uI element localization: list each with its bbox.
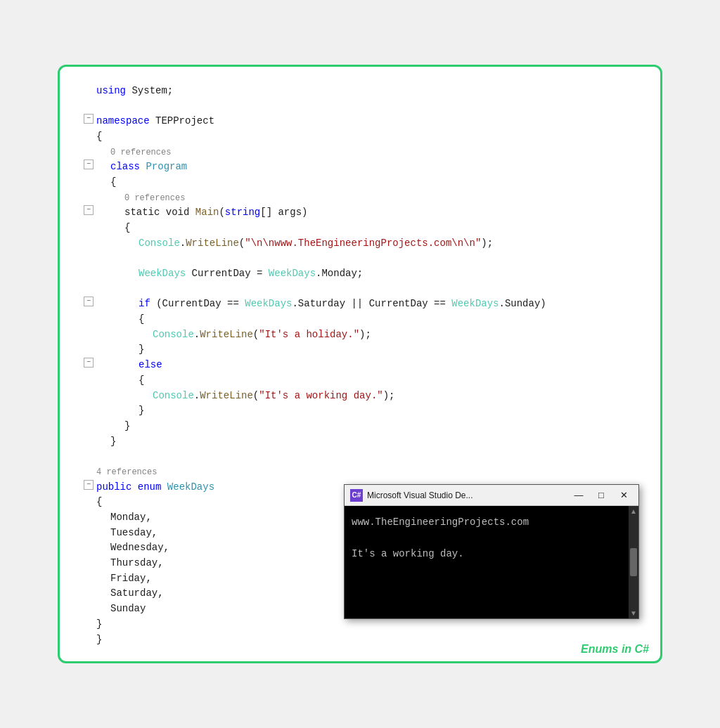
- code-token: }: [139, 344, 144, 355]
- code-token: (: [239, 238, 245, 249]
- code-token: 0 references: [110, 148, 171, 157]
- code-token: string: [225, 207, 260, 218]
- collapse-button[interactable]: −: [84, 358, 94, 368]
- code-line: {: [74, 221, 641, 236]
- code-token: TEPProject: [155, 115, 214, 126]
- code-token: .: [194, 329, 200, 340]
- code-token: WeekDays: [245, 298, 292, 309]
- console-body: www.TheEngineeringProjects.com It's a wo…: [345, 506, 638, 618]
- code-token: }: [110, 436, 116, 447]
- collapse-button[interactable]: −: [84, 114, 94, 124]
- code-token: .: [180, 238, 186, 249]
- code-token: [] args): [260, 207, 307, 218]
- code-line: −class Program: [74, 160, 641, 175]
- code-token: (: [253, 329, 259, 340]
- scroll-up-icon[interactable]: ▲: [629, 506, 638, 516]
- code-content: namespace TEPProject: [96, 114, 641, 129]
- code-line: −static void Main(string[] args): [74, 205, 641, 221]
- code-token: WeekDays: [451, 298, 499, 309]
- code-token: );: [383, 390, 395, 401]
- code-content: [96, 449, 641, 464]
- code-line: {: [74, 312, 641, 327]
- code-token: .Monday;: [316, 268, 363, 279]
- code-line: Console.WriteLine("It's a working day.")…: [74, 389, 641, 404]
- console-scrollbar[interactable]: ▲ ▼: [629, 506, 638, 618]
- code-token: namespace: [96, 115, 155, 126]
- code-token: Console: [153, 390, 194, 401]
- code-token: public: [96, 481, 138, 493]
- console-output: www.TheEngineeringProjects.com It's a wo…: [352, 514, 631, 561]
- console-close-button[interactable]: ✕: [615, 488, 633, 502]
- code-token: );: [481, 238, 493, 249]
- code-token: {: [124, 222, 130, 233]
- code-line: Console.WriteLine("\n\nwww.TheEngineerin…: [74, 236, 641, 252]
- code-token: Sunday: [110, 603, 146, 614]
- collapse-button[interactable]: −: [84, 160, 94, 169]
- gutter-cell: −: [74, 114, 96, 124]
- code-token: {: [139, 375, 144, 386]
- code-token: using: [96, 85, 131, 96]
- console-icon: C#: [350, 489, 363, 502]
- code-token: 4 references: [96, 467, 157, 477]
- code-token: "It's a holiday.": [259, 329, 359, 340]
- scroll-thumb[interactable]: [630, 548, 637, 576]
- code-token: Monday,: [110, 512, 152, 523]
- code-token: }: [96, 618, 102, 630]
- code-token: (CurrentDay ==: [150, 298, 245, 309]
- code-line: }: [74, 419, 641, 434]
- code-token: "\n\nwww.TheEngineeringProjects.com\n\n": [245, 238, 481, 249]
- collapse-button[interactable]: −: [84, 205, 94, 215]
- collapse-button[interactable]: −: [84, 480, 94, 490]
- code-token: .: [194, 390, 200, 401]
- scroll-down-icon[interactable]: ▼: [629, 608, 638, 618]
- console-minimize-button[interactable]: —: [570, 488, 588, 502]
- collapse-button[interactable]: −: [84, 297, 94, 306]
- console-line: www.TheEngineeringProjects.com: [352, 514, 631, 530]
- code-content: }: [96, 342, 641, 358]
- code-content: {: [96, 175, 641, 190]
- code-line: WeekDays CurrentDay = WeekDays.Monday;: [74, 266, 641, 282]
- console-line: It's a working day.: [352, 546, 631, 561]
- code-line: 0 references: [74, 190, 641, 206]
- code-token: "It's a working day.": [259, 390, 382, 401]
- console-titlebar: C# Microsoft Visual Studio De... — □ ✕: [345, 485, 638, 506]
- code-line: }: [74, 403, 641, 419]
- code-token: Console: [153, 329, 194, 340]
- code-content: class Program: [96, 160, 641, 175]
- code-line: [74, 449, 641, 464]
- code-content: static void Main(string[] args): [96, 205, 641, 221]
- code-token: .Sunday): [499, 298, 546, 309]
- code-content: else: [96, 358, 641, 373]
- code-token: Wednesday,: [110, 542, 169, 553]
- code-content: if (CurrentDay == WeekDays.Saturday || C…: [96, 297, 641, 312]
- gutter-cell: −: [74, 297, 96, 306]
- watermark-label: Enums in C#: [581, 643, 649, 656]
- code-token: WriteLine: [200, 329, 253, 340]
- code-line: [74, 251, 641, 266]
- code-content: }: [96, 632, 641, 648]
- code-line: }: [74, 434, 641, 450]
- code-content: [96, 251, 641, 266]
- code-line: −else: [74, 358, 641, 373]
- code-content: }: [96, 403, 641, 419]
- code-line: 4 references: [74, 464, 641, 480]
- code-line: −namespace TEPProject: [74, 114, 641, 129]
- console-window: C# Microsoft Visual Studio De... — □ ✕ w…: [344, 484, 639, 619]
- code-content: }: [96, 434, 641, 450]
- code-content: [96, 98, 641, 114]
- code-line: {: [74, 129, 641, 145]
- code-token: WriteLine: [186, 238, 239, 249]
- gutter-cell: −: [74, 160, 96, 169]
- code-token: {: [110, 176, 116, 188]
- console-maximize-button[interactable]: □: [592, 488, 610, 502]
- code-token: class: [110, 161, 146, 172]
- main-card: using System; −namespace TEPProject{0 re…: [58, 65, 662, 663]
- code-line: {: [74, 373, 641, 389]
- code-content: {: [96, 373, 641, 389]
- code-token: }: [124, 420, 130, 431]
- code-content: }: [96, 419, 641, 434]
- code-token: if: [139, 298, 150, 309]
- code-line: {: [74, 175, 641, 190]
- code-line: −if (CurrentDay == WeekDays.Saturday || …: [74, 297, 641, 312]
- code-line: using System;: [74, 84, 641, 99]
